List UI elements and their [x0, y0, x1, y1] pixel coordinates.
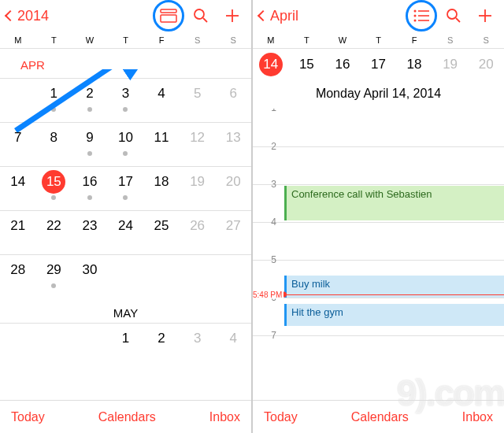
toolbar: Today Calendars Inbox	[253, 400, 504, 433]
day-cell[interactable]: 26	[180, 210, 216, 254]
day-cell[interactable]: 3	[108, 78, 144, 122]
day-cell[interactable]: 1	[108, 323, 144, 367]
day-cell[interactable]: 5	[180, 78, 216, 122]
svg-line-3	[203, 18, 207, 22]
day-view-toggle-icon[interactable]	[160, 9, 177, 23]
day-cell[interactable]: 19	[180, 166, 216, 210]
day-number: 1	[42, 82, 65, 105]
inbox-button[interactable]: Inbox	[209, 410, 240, 424]
month-label: APR	[0, 49, 251, 78]
calendars-button[interactable]: Calendars	[351, 410, 409, 424]
day-cell[interactable]: 6	[215, 78, 251, 122]
day-cell[interactable]: 9	[72, 122, 108, 166]
day-cell[interactable]: 12	[180, 122, 216, 166]
day-cell[interactable]: 2	[72, 78, 108, 122]
hour-label: 7	[253, 330, 280, 341]
event-dot	[51, 283, 56, 288]
hour-label: 3	[253, 179, 280, 190]
day-number: 17	[113, 170, 137, 194]
day-number: 26	[186, 214, 209, 238]
day-cell	[0, 78, 36, 122]
add-event-icon[interactable]	[477, 8, 493, 24]
day-cell[interactable]: 3	[180, 323, 216, 367]
day-number: 15	[295, 53, 318, 76]
toolbar: Today Calendars Inbox	[0, 400, 251, 433]
event-block[interactable]: Hit the gym	[284, 304, 504, 326]
month-grid: 1234567891011121314151617181920212223242…	[0, 78, 251, 367]
weekday-label: S	[180, 31, 216, 49]
day-cell[interactable]: 16	[72, 166, 108, 210]
back-button[interactable]: April	[259, 8, 408, 24]
calendars-button[interactable]: Calendars	[98, 410, 156, 424]
day-number: 12	[186, 126, 209, 150]
day-cell[interactable]: 27	[215, 210, 251, 254]
day-cell[interactable]: 20	[215, 166, 251, 210]
day-number: 29	[42, 258, 65, 282]
day-number: 13	[221, 126, 245, 150]
hour-row: 1	[253, 109, 504, 146]
day-cell[interactable]: 7	[0, 122, 36, 166]
day-agenda[interactable]: 1234567Conference call with SebastienBuy…	[253, 109, 504, 400]
day-cell[interactable]: 10	[108, 122, 144, 166]
week-day[interactable]: 15	[289, 53, 325, 76]
day-cell[interactable]: 1	[36, 78, 72, 122]
day-cell[interactable]: 18	[143, 166, 180, 210]
svg-point-6	[414, 10, 417, 13]
day-number: 18	[150, 170, 173, 194]
week-day[interactable]: 14	[253, 53, 289, 76]
week-day[interactable]: 20	[468, 53, 504, 76]
hour-label: 1	[253, 109, 280, 113]
week-day[interactable]: 16	[324, 53, 361, 76]
day-cell[interactable]: 13	[215, 122, 251, 166]
back-button[interactable]: 2014	[6, 8, 155, 24]
day-cell[interactable]: 2	[143, 323, 180, 367]
day-cell	[72, 323, 108, 367]
weekday-label: T	[289, 31, 325, 49]
day-number: 28	[6, 258, 30, 282]
day-cell[interactable]: 22	[36, 210, 72, 254]
event-dot	[87, 151, 92, 156]
today-button[interactable]: Today	[264, 410, 298, 424]
day-cell[interactable]: 14	[0, 166, 36, 210]
day-cell[interactable]: 4	[143, 78, 180, 122]
week-day[interactable]: 19	[432, 53, 469, 76]
day-number: 7	[6, 126, 30, 150]
hour-label: 2	[253, 141, 280, 152]
today-button[interactable]: Today	[11, 410, 45, 424]
back-label: 2014	[17, 8, 49, 24]
search-icon[interactable]	[193, 8, 209, 24]
day-cell[interactable]: 24	[108, 210, 144, 254]
week-strip: 14151617181920	[253, 49, 504, 80]
day-number: 11	[150, 126, 173, 150]
week-day[interactable]: 18	[396, 53, 432, 76]
weekday-label: W	[324, 31, 361, 49]
event-block[interactable]: Conference call with Sebastien	[284, 186, 504, 220]
svg-line-13	[456, 18, 460, 22]
day-number: 22	[42, 214, 65, 238]
day-cell[interactable]: 29	[36, 254, 72, 298]
day-cell[interactable]: 30	[72, 254, 108, 298]
day-cell[interactable]: 11	[143, 122, 180, 166]
day-cell[interactable]: 8	[36, 122, 72, 166]
day-number: 30	[78, 258, 102, 282]
day-cell[interactable]: 28	[0, 254, 36, 298]
day-number: 14	[259, 53, 283, 76]
day-number: 3	[186, 327, 209, 350]
event-dot	[87, 107, 92, 112]
hour-row: 7	[253, 335, 504, 373]
day-number: 9	[78, 126, 102, 150]
add-event-icon[interactable]	[224, 8, 240, 24]
day-cell[interactable]: 21	[0, 210, 36, 254]
day-cell[interactable]: 25	[143, 210, 180, 254]
search-icon[interactable]	[446, 8, 461, 24]
week-day[interactable]: 17	[361, 53, 397, 76]
day-cell[interactable]: 15	[36, 166, 72, 210]
inbox-button[interactable]: Inbox	[462, 410, 493, 424]
list-view-toggle-icon[interactable]	[413, 9, 430, 23]
weekday-label: T	[36, 31, 72, 49]
day-cell[interactable]: 17	[108, 166, 144, 210]
day-cell[interactable]: 4	[215, 323, 251, 367]
day-cell[interactable]: 23	[72, 210, 108, 254]
day-number: 2	[78, 82, 102, 105]
day-view-pane: April MTWTFSS 14151617181920 Monday Apri…	[253, 0, 504, 433]
